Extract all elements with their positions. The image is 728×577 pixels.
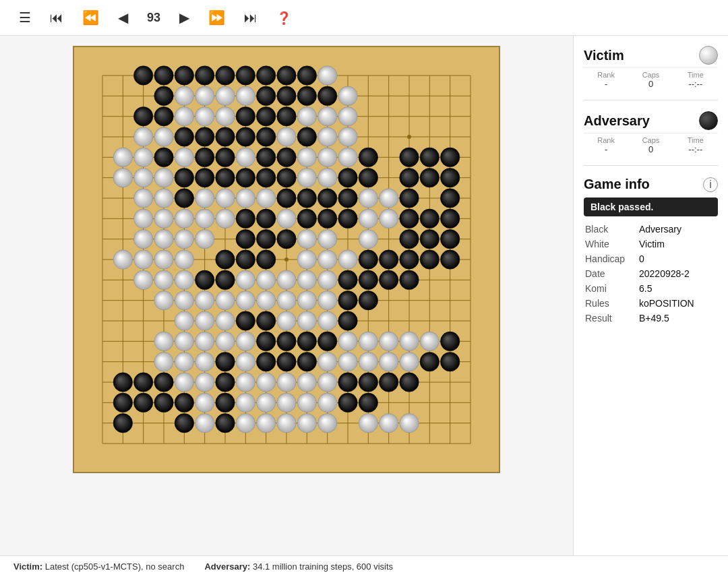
go-board[interactable] [88, 61, 485, 458]
info-row-black: Black Adversary [584, 222, 718, 237]
adversary-header: Adversary [584, 111, 718, 130]
prev2-icon [82, 9, 99, 26]
info-row-komi: Komi 6.5 [584, 281, 718, 296]
adversary-rank-label: Rank [584, 136, 628, 144]
right-panel: Victim Rank - Caps 0 Time --:-- [573, 36, 728, 555]
victim-time-value: --:-- [673, 79, 718, 89]
board-container [73, 46, 500, 473]
prev2-button[interactable] [77, 7, 104, 28]
game-info-table: Black Adversary White Victim Handicap 0 … [584, 222, 718, 326]
adversary-time-label: Time [673, 136, 718, 144]
help-icon [276, 10, 291, 26]
label-date: Date [584, 266, 638, 281]
info-row-white: White Victim [584, 237, 718, 251]
value-result: B+49.5 [638, 311, 718, 326]
game-info-header: Game info i [584, 177, 718, 192]
adversary-bottom: Adversary: 34.1 million training steps, … [204, 561, 393, 572]
board-area [0, 36, 573, 555]
victim-bottom-label: Victim: [13, 561, 42, 572]
label-white: White [584, 237, 638, 251]
value-date: 20220928-2 [638, 266, 718, 281]
adversary-rank-col: Rank - [584, 136, 628, 154]
value-handicap: 0 [638, 251, 718, 266]
victim-stats: Rank - Caps 0 Time --:-- [584, 67, 718, 89]
next2-icon [208, 9, 225, 26]
victim-caps-value: 0 [628, 79, 673, 89]
adversary-bottom-label: Adversary: [204, 561, 250, 572]
adversary-caps-col: Caps 0 [628, 136, 673, 154]
label-komi: Komi [584, 281, 638, 296]
move-number: 93 [142, 11, 166, 25]
adversary-stone [699, 111, 718, 130]
victim-caps-label: Caps [628, 71, 673, 79]
adversary-bottom-desc: 34.1 million training steps, 600 visits [253, 561, 393, 572]
label-result: Result [584, 311, 638, 326]
adversary-caps-value: 0 [628, 144, 673, 154]
value-white: Victim [638, 237, 718, 251]
victim-stone [699, 46, 718, 65]
label-black: Black [584, 222, 638, 237]
menu-icon [19, 9, 31, 26]
divider-2 [584, 165, 718, 166]
victim-bottom: Victim: Latest (cp505-v1-MCTS), no searc… [13, 561, 184, 572]
prev-button[interactable] [113, 7, 133, 28]
label-rules: Rules [584, 296, 638, 311]
adversary-time-col: Time --:-- [673, 136, 718, 154]
first-button[interactable] [44, 7, 69, 28]
victim-rank-value: - [584, 79, 628, 89]
next2-button[interactable] [203, 7, 231, 28]
game-info-title: Game info [584, 177, 650, 192]
victim-rank-label: Rank [584, 71, 628, 79]
victim-name: Victim [584, 48, 624, 63]
status-banner: Black passed. [584, 198, 718, 216]
victim-time-label: Time [673, 71, 718, 79]
game-info-section: Game info i Black passed. Black Adversar… [584, 177, 718, 326]
victim-caps-col: Caps 0 [628, 71, 673, 89]
last-icon [244, 10, 257, 26]
toolbar: 93 [0, 0, 728, 36]
adversary-stats: Rank - Caps 0 Time --:-- [584, 133, 718, 154]
divider-1 [584, 100, 718, 100]
value-black: Adversary [638, 222, 718, 237]
adversary-name: Adversary [584, 113, 650, 129]
victim-bottom-desc: Latest (cp505-v1-MCTS), no search [45, 561, 185, 572]
label-handicap: Handicap [584, 251, 638, 266]
bottom-bar: Victim: Latest (cp505-v1-MCTS), no searc… [0, 555, 728, 577]
main-content: Victim Rank - Caps 0 Time --:-- [0, 36, 728, 555]
info-row-handicap: Handicap 0 [584, 251, 718, 266]
info-row-date: Date 20220928-2 [584, 266, 718, 281]
next-button[interactable] [174, 7, 195, 28]
menu-button[interactable] [13, 7, 36, 28]
victim-section: Victim Rank - Caps 0 Time --:-- [584, 46, 718, 89]
info-row-rules: Rules koPOSITION [584, 296, 718, 311]
value-komi: 6.5 [638, 281, 718, 296]
next-icon [179, 9, 189, 26]
victim-header: Victim [584, 46, 718, 65]
last-button[interactable] [239, 7, 263, 28]
first-icon [50, 10, 63, 26]
help-button[interactable] [271, 7, 297, 28]
adversary-caps-label: Caps [628, 136, 673, 144]
adversary-rank-value: - [584, 144, 628, 154]
prev-icon [118, 9, 128, 26]
victim-time-col: Time --:-- [673, 71, 718, 89]
adversary-time-value: --:-- [673, 144, 718, 154]
adversary-section: Adversary Rank - Caps 0 Time --:-- [584, 111, 718, 154]
value-rules: koPOSITION [638, 296, 718, 311]
info-row-result: Result B+49.5 [584, 311, 718, 326]
victim-rank-col: Rank - [584, 71, 628, 89]
info-icon[interactable]: i [703, 177, 718, 192]
